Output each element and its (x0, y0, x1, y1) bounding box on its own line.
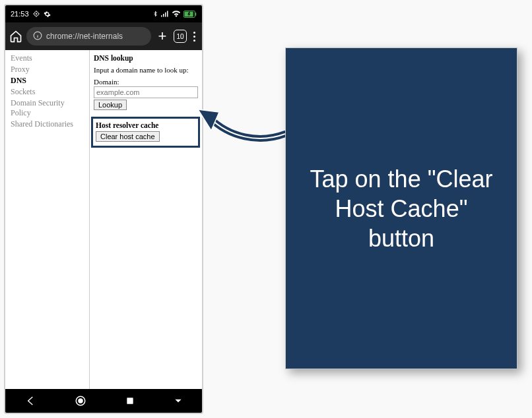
tab-switcher-button[interactable]: 10 (174, 30, 187, 43)
callout-text: Tap on the "Clear Host Cache" button (306, 164, 497, 253)
svg-rect-7 (163, 14, 164, 17)
home-nav-button[interactable] (75, 395, 86, 407)
main-panel: DNS lookup Input a domain name to look u… (90, 50, 202, 389)
callout-arrow-icon (193, 98, 292, 150)
browser-toolbar: chrome://net-internals + 10 (5, 22, 202, 50)
back-nav-button[interactable] (25, 396, 36, 406)
new-tab-button[interactable]: + (155, 28, 170, 45)
content-area: Events Proxy DNS Sockets Domain Security… (5, 50, 202, 389)
sidebar-item-domain-security[interactable]: Domain Security Policy (5, 98, 89, 119)
lookup-button[interactable]: Lookup (94, 100, 127, 110)
svg-rect-11 (195, 13, 197, 16)
battery-icon (183, 11, 197, 18)
sidebar-item-events[interactable]: Events (5, 53, 89, 64)
sidebar-item-dns[interactable]: DNS (5, 75, 89, 86)
tab-count-value: 10 (176, 33, 183, 40)
svg-rect-6 (161, 15, 162, 16)
svg-point-1 (36, 13, 37, 15)
location-icon (33, 11, 40, 17)
home-button[interactable] (9, 30, 22, 43)
svg-rect-9 (167, 11, 168, 17)
wifi-icon (172, 11, 181, 17)
drawer-nav-button[interactable] (174, 396, 183, 405)
sidebar-item-proxy[interactable]: Proxy (5, 64, 89, 75)
sidebar-item-sockets[interactable]: Sockets (5, 86, 89, 98)
domain-label: Domain: (94, 78, 198, 86)
dns-lookup-instruction: Input a domain name to look up: (94, 66, 198, 74)
phone-frame: 21:53 (4, 4, 203, 414)
android-nav-bar (5, 389, 202, 413)
domain-input[interactable] (94, 86, 198, 98)
address-bar[interactable]: chrome://net-internals (26, 27, 151, 45)
site-info-icon[interactable] (33, 31, 42, 42)
instruction-callout: Tap on the "Clear Host Cache" button (285, 47, 517, 369)
dns-lookup-title: DNS lookup (94, 54, 198, 62)
bluetooth-icon (152, 10, 158, 18)
host-resolver-cache-section: Host resolver cache Clear host cache (91, 117, 200, 148)
sidebar: Events Proxy DNS Sockets Domain Security… (5, 50, 90, 389)
browser-menu-button[interactable] (191, 32, 198, 42)
url-text: chrome://net-internals (46, 32, 123, 41)
clear-host-cache-button[interactable]: Clear host cache (96, 131, 160, 142)
settings-gear-icon (44, 11, 51, 18)
signal-strength-icon (161, 11, 169, 17)
svg-rect-8 (165, 13, 166, 17)
svg-point-17 (79, 399, 83, 403)
status-time: 21:53 (11, 10, 29, 18)
status-bar: 21:53 (5, 5, 202, 22)
recents-nav-button[interactable] (125, 396, 135, 405)
host-cache-title: Host resolver cache (96, 121, 195, 129)
sidebar-item-shared-dictionaries[interactable]: Shared Dictionaries (5, 119, 89, 130)
svg-rect-18 (127, 398, 133, 403)
